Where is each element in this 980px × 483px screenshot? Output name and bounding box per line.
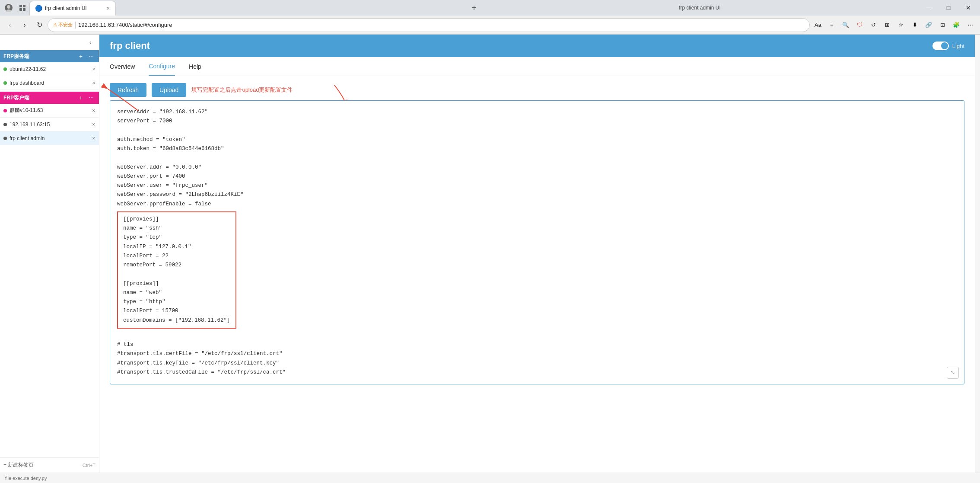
tls-line: #transport.tls.keyFile = "/etc/frp/ssl/c… [117,359,957,368]
tab-status-dot [3,109,7,112]
window-title: frp client admin UI [481,5,919,11]
active-tab-title: frp client admin UI [45,5,102,11]
server-group-more[interactable]: ⋯ [87,52,95,61]
client-group-label: FRP客户端 [3,94,75,102]
proxies-line: remotePort = 59022 [123,261,230,270]
new-tab-label: + 新建标签页 [3,461,34,469]
proxies-line: name = "ssh" [123,224,230,233]
server-group-label: FRP服务端 [3,53,75,60]
tls-line: #transport.tls.trustedCaFile = "/etc/frp… [117,368,957,377]
new-tab-row[interactable]: + 新建标签页 Ctrl+T [0,457,99,473]
toolbar-icons: Aa ≡ 🔍 🛡 ↺ ⊞ ☆ ⬇ 🔗 ⊡ 🧩 ⋯ [811,19,977,32]
client-tab-1[interactable]: 麒麟v10-11.63 ✕ [0,104,99,118]
config-line: webServer.port = 7400 [117,172,957,181]
client-tab-1-label: 麒麟v10-11.63 [10,107,89,114]
security-label: 不安全 [58,22,73,28]
config-line: webServer.password = "2Lhap6bziilz4KiE" [117,190,957,199]
window-controls: ─ □ ✕ [919,1,978,14]
new-tab-button[interactable]: + [467,1,481,15]
read-mode-icon[interactable]: ≡ [825,19,838,32]
proxies-line: type = "tcp" [123,233,230,242]
more-icon[interactable]: ⋯ [964,19,977,32]
tab-status-dot [3,81,7,85]
config-line [117,126,957,135]
nav-configure[interactable]: Configure [149,58,175,76]
adblock-icon[interactable]: 🛡 [853,19,866,32]
upload-button[interactable]: Upload [152,83,186,97]
expand-button[interactable]: ⤡ [947,367,959,379]
search-icon[interactable]: 🔍 [839,19,852,32]
client-tab-3-active[interactable]: frp client admin ✕ [0,131,99,145]
back-button[interactable]: ‹ [3,19,16,32]
client-group-add[interactable]: + [76,93,85,102]
svg-point-1 [7,5,10,9]
maximize-button[interactable]: □ [939,1,958,14]
actions-row: Refresh Upload 填写完配置之后点击upload更新配置文件 [110,83,964,97]
svg-rect-5 [19,8,22,11]
main-content: frp client Light Overview Configure Help [99,35,975,473]
nav-overview[interactable]: Overview [110,58,135,75]
minimize-button[interactable]: ─ [919,1,939,14]
frp-header: frp client Light [99,35,975,57]
tls-line: # tls [117,340,957,349]
tab-status-dot [3,137,7,140]
right-scrollbar [975,35,980,473]
config-line: auth.token = "60d8a83c544e6168db" [117,144,957,154]
client-group-more[interactable]: ⋯ [87,93,95,102]
config-line: serverAddr = "192.168.11.62" [117,108,957,117]
server-tab-1-close[interactable]: ✕ [92,67,95,71]
proxies-block: [[proxies]] name = "ssh" type = "tcp" lo… [117,211,236,329]
client-tab-2-close[interactable]: ✕ [92,122,95,127]
config-line: webServer.pprofEnable = false [117,200,957,209]
browser-view-icon[interactable]: ⊡ [936,19,949,32]
sidebar-icon[interactable]: ⊞ [881,19,894,32]
config-editor[interactable]: serverAddr = "192.168.11.62" serverPort … [110,100,964,384]
tab-status-dot [3,67,7,71]
frp-nav: Overview Configure Help [99,57,975,76]
nav-help[interactable]: Help [189,58,201,75]
toggle-dot [941,42,948,49]
translate-icon[interactable]: Aa [811,19,824,32]
config-line: serverPort = 7000 [117,117,957,126]
browser-tabs: 🔵 frp client admin UI ✕ [29,0,467,16]
server-tab-1[interactable]: ubuntu22-11.62 ✕ [0,62,99,76]
client-tab-3-close[interactable]: ✕ [92,136,95,141]
server-tab-1-label: ubuntu22-11.62 [10,66,89,72]
client-tab-2[interactable]: 192.168.11.63:15 ✕ [0,118,99,131]
reload-button[interactable]: ↻ [33,19,46,32]
forward-button[interactable]: › [18,19,31,32]
server-tab-2[interactable]: frps dashboard ✕ [0,76,99,90]
favorites-icon[interactable]: ☆ [894,19,907,32]
toggle-switch[interactable] [932,42,949,50]
config-line: auth.method = "token" [117,135,957,144]
server-tab-2-label: frps dashboard [10,80,89,86]
active-tab[interactable]: 🔵 frp client admin UI ✕ [29,1,116,16]
collections-icon[interactable]: 🔗 [922,19,935,32]
profile-icon[interactable] [2,1,16,15]
proxies-line [123,270,230,279]
proxies-line: customDomains = ["192.168.11.62"] [123,316,230,325]
light-toggle[interactable]: Light [932,42,964,50]
close-button[interactable]: ✕ [958,1,978,14]
extensions-icon[interactable] [16,1,29,15]
client-tab-1-close[interactable]: ✕ [92,109,95,113]
tab-status-dot [3,123,7,126]
refresh-button[interactable]: Refresh [110,83,146,97]
proxies-line: type = "http" [123,297,230,307]
address-separator [75,22,76,29]
address-url: 192.168.11.63:7400/static/#/configure [78,22,804,28]
refresh-icon2[interactable]: ↺ [867,19,880,32]
tab-close-btn[interactable]: ✕ [104,4,112,12]
download-icon[interactable]: ⬇ [908,19,921,32]
collapse-sidebar-button[interactable]: ‹ [85,37,95,48]
config-line: webServer.user = "frpc_user" [117,181,957,190]
address-bar[interactable]: ⚠ 不安全 192.168.11.63:7400/static/#/config… [48,18,810,32]
server-group-add[interactable]: + [76,52,85,61]
proxies-line: localIP = "127.0.0.1" [123,243,230,252]
server-tab-2-close[interactable]: ✕ [92,81,95,85]
extensions-icon2[interactable]: 🧩 [950,19,963,32]
light-toggle-label: Light [952,43,964,49]
proxies-line: localPort = 22 [123,252,230,261]
proxies-line: [[proxies]] [123,215,230,224]
server-group-header: FRP服务端 + ⋯ [0,50,99,62]
